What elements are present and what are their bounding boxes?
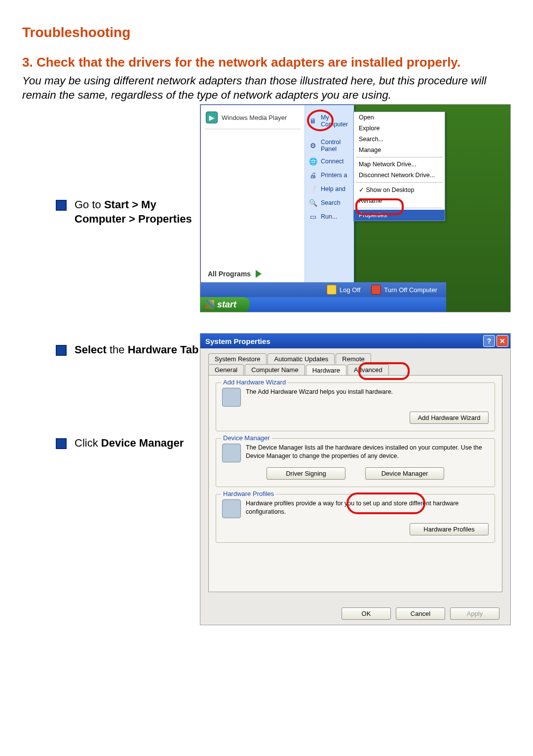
logoff-icon: [327, 285, 337, 295]
callout-ring-properties: [355, 198, 404, 215]
bullet-icon: [56, 345, 67, 356]
screenshot-system-properties: System Properties ? ✕ System Restore Aut…: [200, 333, 511, 625]
close-button[interactable]: ✕: [496, 335, 508, 347]
start-item-help[interactable]: ❔Help and: [305, 182, 354, 196]
start-item-controlpanel[interactable]: ⚙Control Panel: [305, 137, 354, 154]
add-hardware-wizard-button[interactable]: Add Hardware Wizard: [410, 412, 489, 424]
bullet-icon: [56, 200, 67, 211]
group-add-hardware: Add Hardware Wizard The Add Hardware Wiz…: [216, 382, 495, 431]
chevron-right-icon: [256, 270, 262, 278]
ctx-search[interactable]: Search...: [354, 134, 445, 145]
ok-button[interactable]: OK: [342, 607, 391, 620]
network-icon: 🌐: [308, 156, 318, 166]
ctx-explore[interactable]: Explore: [354, 123, 445, 134]
start-panel: ▶ Windows Media Player All Programs 🖥My …: [200, 105, 354, 283]
hardware-profiles-button[interactable]: Hardware Profiles: [410, 523, 489, 535]
tab-computer-name[interactable]: Computer Name: [245, 364, 305, 375]
apply-button[interactable]: Apply: [450, 607, 499, 620]
printer-icon: 🖨: [308, 170, 318, 180]
start-footer: Log Off Turn Off Computer: [200, 282, 446, 297]
callout-ring-hardware-tab: [358, 362, 410, 380]
power-icon: [371, 285, 381, 295]
legend-add-hardware: Add Hardware Wizard: [221, 378, 288, 386]
search-icon: 🔍: [308, 198, 318, 208]
logoff-button[interactable]: Log Off: [327, 285, 360, 295]
group-device-manager: Device Manager The Device Manager lists …: [216, 438, 495, 487]
bullet-icon: [56, 438, 67, 449]
bullet-2: Select the Hardware Tab: [75, 343, 199, 357]
all-programs[interactable]: All Programs: [208, 270, 262, 278]
device-manager-icon: [222, 444, 241, 462]
intro-text: You may be using different network adapt…: [22, 74, 511, 103]
callout-ring-device-manager: [346, 492, 425, 514]
cancel-button[interactable]: Cancel: [396, 607, 445, 620]
tab-auto-updates[interactable]: Automatic Updates: [267, 353, 335, 364]
ctx-show-desktop[interactable]: Show on Desktop: [354, 184, 445, 195]
ctx-open[interactable]: Open: [354, 112, 445, 123]
ctx-manage[interactable]: Manage: [354, 145, 445, 155]
help-icon: ❔: [308, 184, 318, 194]
step-heading: 3. Check that the drivers for the networ…: [38, 54, 511, 71]
legend-device-manager: Device Manager: [221, 434, 272, 442]
devmgr-text: The Device Manager lists all the hardwar…: [246, 444, 489, 462]
control-panel-icon: ⚙: [308, 141, 318, 151]
start-item-connect[interactable]: 🌐Connect: [305, 154, 354, 168]
ctx-disconnect-drive[interactable]: Disconnect Network Drive...: [354, 170, 445, 181]
device-manager-button[interactable]: Device Manager: [365, 467, 444, 480]
windows-flag-icon: [205, 300, 214, 309]
hardware-wizard-icon: [222, 388, 241, 407]
start-item-search[interactable]: 🔍Search: [305, 196, 354, 210]
tab-system-restore[interactable]: System Restore: [208, 353, 266, 364]
start-item-wmp[interactable]: ▶ Windows Media Player: [204, 109, 302, 126]
bullet-1: Go to Start > My Computer > Properties: [75, 198, 200, 226]
callout-ring-mycomputer: [307, 110, 334, 131]
hardware-profiles-icon: [222, 499, 241, 518]
tab-hardware[interactable]: Hardware: [306, 365, 346, 376]
tab-body: Add Hardware Wizard The Add Hardware Wiz…: [208, 375, 502, 592]
start-button[interactable]: start: [200, 297, 250, 312]
wmp-icon: ▶: [206, 112, 218, 123]
start-item-run[interactable]: ▭Run...: [305, 210, 354, 224]
help-button[interactable]: ?: [483, 335, 495, 347]
screenshot-start-menu: ▶ Windows Media Player All Programs 🖥My …: [200, 104, 511, 312]
ctx-map-drive[interactable]: Map Network Drive...: [354, 159, 445, 170]
legend-hardware-profiles: Hardware Profiles: [221, 490, 276, 497]
tab-general[interactable]: General: [208, 364, 244, 375]
start-item-printers[interactable]: 🖨Printers a: [305, 168, 354, 182]
run-icon: ▭: [308, 212, 318, 222]
driver-signing-button[interactable]: Driver Signing: [266, 467, 345, 480]
taskbar: start: [200, 297, 446, 312]
turnoff-button[interactable]: Turn Off Computer: [371, 285, 437, 295]
window-title: System Properties: [205, 337, 270, 345]
window-titlebar: System Properties ? ✕: [200, 334, 510, 348]
add-hw-text: The Add Hardware Wizard helps you instal…: [246, 388, 489, 407]
page-title: Troubleshooting: [22, 25, 511, 40]
bullet-3: Click Device Manager: [75, 436, 184, 451]
